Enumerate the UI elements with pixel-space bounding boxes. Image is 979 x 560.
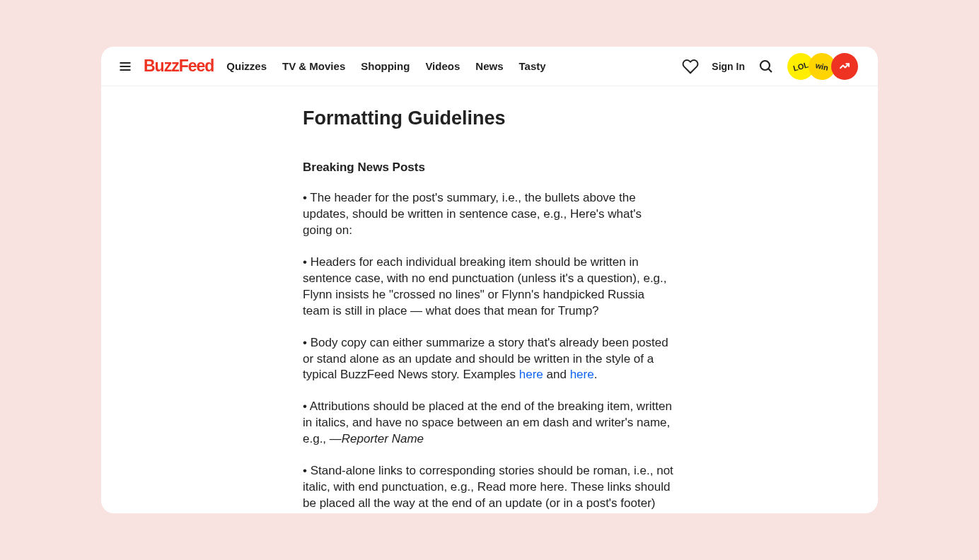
bullet-1: • The header for the post's summary, i.e…	[303, 190, 673, 239]
trending-badge[interactable]	[831, 53, 858, 80]
svg-line-4	[768, 69, 772, 72]
nav-videos[interactable]: Videos	[425, 60, 460, 72]
search-button[interactable]	[758, 58, 775, 75]
svg-point-3	[760, 61, 770, 70]
primary-nav: Quizzes TV & Movies Shopping Videos News…	[226, 60, 545, 72]
article: Formatting Guidelines Breaking News Post…	[303, 107, 673, 513]
header-right: Sign In LOL win	[682, 53, 861, 80]
example-link-2[interactable]: here	[570, 368, 594, 381]
content-area: Formatting Guidelines Breaking News Post…	[101, 86, 878, 513]
brand-logo[interactable]: BuzzFeed	[144, 57, 214, 76]
page-card: BuzzFeed Quizzes TV & Movies Shopping Vi…	[101, 47, 878, 513]
lol-badge-label: LOL	[792, 60, 809, 72]
search-icon	[758, 58, 775, 75]
bullet-4: • Attributions should be placed at the e…	[303, 399, 673, 448]
page-title: Formatting Guidelines	[303, 107, 673, 129]
nav-tv-movies[interactable]: TV & Movies	[282, 60, 345, 72]
nav-news[interactable]: News	[475, 60, 503, 72]
brand-logo-text: BuzzFeed	[144, 57, 214, 76]
bullet-4-reporter-name: Reporter Name	[342, 432, 424, 445]
bullet-3-text-b: and	[543, 368, 570, 381]
section-heading: Breaking News Posts	[303, 161, 673, 175]
example-link-1[interactable]: here	[519, 368, 543, 381]
nav-tasty[interactable]: Tasty	[519, 60, 545, 72]
trending-arrow-icon	[838, 60, 851, 73]
heart-icon	[682, 58, 699, 75]
win-badge-label: win	[815, 61, 829, 72]
site-header: BuzzFeed Quizzes TV & Movies Shopping Vi…	[101, 47, 878, 86]
bullet-5: • Stand-alone links to corresponding sto…	[303, 463, 673, 513]
bullet-5-text-a: • Stand-alone links to corresponding sto…	[303, 464, 673, 510]
reaction-badges: LOL win	[787, 53, 861, 80]
bullet-5-after: after	[303, 513, 327, 513]
hamburger-icon	[118, 59, 132, 74]
nav-shopping[interactable]: Shopping	[361, 60, 410, 72]
bullet-3-text-c: .	[594, 368, 598, 381]
bullet-3-text-a: • Body copy can either summarize a story…	[303, 336, 668, 382]
menu-button[interactable]	[110, 51, 141, 82]
bullet-2: • Headers for each individual breaking i…	[303, 255, 673, 320]
bullet-3: • Body copy can either summarize a story…	[303, 335, 673, 384]
nav-quizzes[interactable]: Quizzes	[226, 60, 267, 72]
sign-in-link[interactable]: Sign In	[712, 61, 745, 72]
wishlist-button[interactable]	[682, 58, 699, 75]
bullet-5-text-b: a byline.	[327, 513, 375, 513]
